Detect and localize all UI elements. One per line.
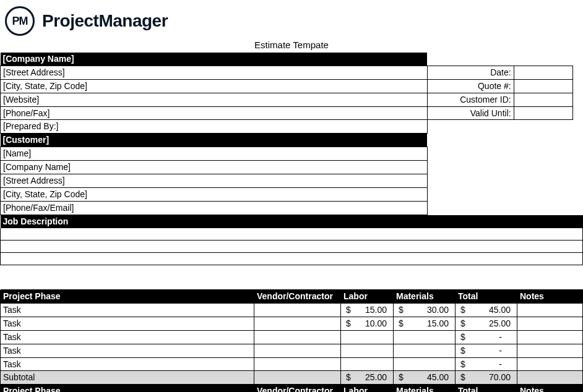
vendor-cell bbox=[254, 371, 341, 385]
vendor-cell[interactable] bbox=[254, 330, 341, 344]
materials-cell[interactable]: $15.00 bbox=[394, 317, 456, 330]
notes-cell[interactable] bbox=[517, 330, 583, 344]
table-row: Task $- bbox=[1, 344, 583, 357]
total-cell[interactable]: $- bbox=[456, 344, 517, 357]
job-description-section: Job Description bbox=[0, 215, 583, 290]
materials-cell[interactable] bbox=[394, 344, 456, 357]
col-total: Total bbox=[456, 290, 517, 303]
task-cell[interactable]: Task bbox=[1, 330, 254, 344]
notes-cell[interactable] bbox=[517, 317, 583, 330]
labor-cell[interactable] bbox=[341, 344, 394, 357]
customer-header: [Customer] bbox=[1, 134, 428, 147]
customer-company[interactable]: [Company Name] bbox=[1, 161, 428, 174]
job-description-line[interactable] bbox=[1, 228, 583, 241]
notes-cell bbox=[517, 371, 583, 385]
notes-cell[interactable] bbox=[517, 344, 583, 357]
customer-street[interactable]: [Street Address] bbox=[1, 174, 428, 188]
notes-cell[interactable] bbox=[517, 357, 583, 371]
company-street[interactable]: [Street Address] bbox=[1, 66, 428, 79]
materials-cell[interactable]: $30.00 bbox=[394, 303, 456, 317]
materials-cell[interactable] bbox=[394, 330, 456, 344]
col-notes: Notes bbox=[517, 385, 583, 392]
task-cell[interactable]: Task bbox=[1, 303, 254, 317]
subtotal-row: Subtotal $25.00 $45.00 $70.00 bbox=[1, 371, 583, 385]
company-preparedby[interactable]: [Prepared By:] bbox=[1, 120, 428, 134]
vendor-cell[interactable] bbox=[254, 344, 341, 357]
job-description-header: Job Description bbox=[1, 215, 583, 228]
customer-name[interactable]: [Name] bbox=[1, 147, 428, 161]
spacer bbox=[1, 265, 583, 278]
meta-quote-label: Quote #: bbox=[427, 79, 514, 93]
spacer-underline bbox=[1, 278, 583, 290]
labor-cell[interactable]: $15.00 bbox=[341, 303, 394, 317]
meta-validuntil-value[interactable] bbox=[514, 106, 572, 120]
col-total: Total bbox=[456, 385, 517, 392]
col-materials: Materials bbox=[394, 385, 456, 392]
col-vendor: Vendor/Contractor bbox=[254, 385, 341, 392]
subtotal-materials: $45.00 bbox=[394, 371, 456, 385]
meta-date-value[interactable] bbox=[514, 66, 572, 79]
col-labor: Labor bbox=[341, 385, 394, 392]
job-description-line[interactable] bbox=[1, 253, 583, 265]
task-cell[interactable]: Task bbox=[1, 344, 254, 357]
table-row: Task $15.00 $30.00 $45.00 bbox=[1, 303, 583, 317]
customer-city[interactable]: [City, State, Zip Code] bbox=[1, 187, 428, 201]
labor-cell[interactable] bbox=[341, 330, 394, 344]
total-cell[interactable]: $45.00 bbox=[456, 303, 517, 317]
total-cell[interactable]: $- bbox=[456, 357, 517, 371]
meta-validuntil-label: Valid Until: bbox=[427, 106, 514, 120]
total-cell[interactable]: $25.00 bbox=[456, 317, 517, 330]
total-cell[interactable]: $- bbox=[456, 330, 517, 344]
brand-logo-icon: PM bbox=[5, 6, 35, 36]
subtotal-labor: $25.00 bbox=[341, 371, 394, 385]
customer-phone[interactable]: [Phone/Fax/Email] bbox=[1, 201, 428, 215]
table-row: Task $- bbox=[1, 357, 583, 371]
meta-quote-value[interactable] bbox=[514, 79, 572, 93]
notes-cell[interactable] bbox=[517, 303, 583, 317]
vendor-cell[interactable] bbox=[254, 317, 341, 330]
task-cell[interactable]: Task bbox=[1, 317, 254, 330]
table-row: Task $10.00 $15.00 $25.00 bbox=[1, 317, 583, 330]
meta-customerid-value[interactable] bbox=[514, 93, 572, 106]
phase-table-1: Project Phase Vendor/Contractor Labor Ma… bbox=[0, 290, 583, 392]
col-phase: Project Phase bbox=[1, 385, 254, 392]
vendor-cell[interactable] bbox=[254, 357, 341, 371]
meta-date-label: Date: bbox=[427, 66, 514, 79]
task-cell[interactable]: Task bbox=[1, 357, 254, 371]
col-notes: Notes bbox=[517, 290, 583, 303]
document-title: Estimate Tempate bbox=[0, 38, 583, 53]
labor-cell[interactable]: $10.00 bbox=[341, 317, 394, 330]
vendor-cell[interactable] bbox=[254, 303, 341, 317]
company-meta-table: [Company Name] [Street Address] Date: [C… bbox=[0, 53, 583, 215]
col-vendor: Vendor/Contractor bbox=[254, 290, 341, 303]
table-row: Task $- bbox=[1, 330, 583, 344]
labor-cell[interactable] bbox=[341, 357, 394, 371]
col-phase: Project Phase bbox=[1, 290, 254, 303]
subtotal-total: $70.00 bbox=[456, 371, 517, 385]
col-labor: Labor bbox=[341, 290, 394, 303]
brand-name: ProjectManager bbox=[42, 11, 168, 31]
company-city[interactable]: [City, State, Zip Code] bbox=[1, 79, 428, 93]
col-materials: Materials bbox=[394, 290, 456, 303]
materials-cell[interactable] bbox=[394, 357, 456, 371]
company-header: [Company Name] bbox=[1, 53, 428, 66]
subtotal-label: Subtotal bbox=[1, 371, 254, 385]
brand-header: PM ProjectManager bbox=[0, 0, 583, 38]
company-website[interactable]: [Website] bbox=[1, 93, 428, 106]
meta-customerid-label: Customer ID: bbox=[427, 93, 514, 106]
job-description-line[interactable] bbox=[1, 241, 583, 253]
company-phone[interactable]: [Phone/Fax] bbox=[1, 106, 428, 120]
